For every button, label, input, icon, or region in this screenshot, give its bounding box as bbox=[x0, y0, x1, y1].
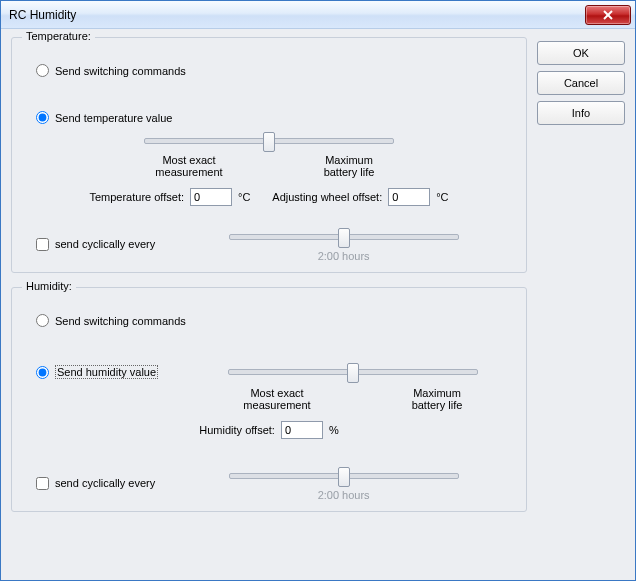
temperature-radio-switching[interactable] bbox=[36, 64, 49, 77]
temperature-cyclic-slider[interactable] bbox=[229, 226, 459, 248]
temperature-slider-left-label: Most exact measurement bbox=[144, 154, 234, 178]
humidity-precision-slider[interactable] bbox=[228, 361, 478, 383]
humidity-cyclic-checkbox[interactable] bbox=[36, 477, 49, 490]
temperature-cyclic-label[interactable]: send cyclically every bbox=[55, 238, 155, 250]
temperature-precision-thumb[interactable] bbox=[263, 132, 275, 152]
humidity-radio-switching-label[interactable]: Send switching commands bbox=[55, 315, 186, 327]
ok-button[interactable]: OK bbox=[537, 41, 625, 65]
humidity-cyclic-label[interactable]: send cyclically every bbox=[55, 477, 155, 489]
temperature-offset-unit: °C bbox=[238, 191, 250, 203]
cancel-button[interactable]: Cancel bbox=[537, 71, 625, 95]
temperature-slider-right-label: Maximum battery life bbox=[304, 154, 394, 178]
humidity-offset-label: Humidity offset: bbox=[199, 424, 275, 436]
temperature-legend: Temperature: bbox=[22, 30, 95, 42]
humidity-offset-input[interactable] bbox=[281, 421, 323, 439]
humidity-radio-value[interactable] bbox=[36, 366, 49, 379]
adjusting-wheel-offset-label: Adjusting wheel offset: bbox=[272, 191, 382, 203]
temperature-cyclic-value: 2:00 hours bbox=[175, 250, 512, 262]
humidity-cyclic-slider[interactable] bbox=[229, 465, 459, 487]
humidity-legend: Humidity: bbox=[22, 280, 76, 292]
close-button[interactable] bbox=[585, 5, 631, 25]
close-icon bbox=[603, 10, 613, 20]
info-button[interactable]: Info bbox=[537, 101, 625, 125]
window: RC Humidity Temperature: Send switching … bbox=[0, 0, 636, 581]
humidity-group: Humidity: Send switching commands Send h… bbox=[11, 287, 527, 512]
humidity-cyclic-thumb[interactable] bbox=[338, 467, 350, 487]
humidity-cyclic-value: 2:00 hours bbox=[175, 489, 512, 501]
humidity-radio-value-label[interactable]: Send humidity value bbox=[55, 365, 158, 379]
temperature-cyclic-checkbox[interactable] bbox=[36, 238, 49, 251]
temperature-cyclic-thumb[interactable] bbox=[338, 228, 350, 248]
temperature-radio-switching-label[interactable]: Send switching commands bbox=[55, 65, 186, 77]
temperature-group: Temperature: Send switching commands Sen… bbox=[11, 37, 527, 273]
temperature-radio-value-label[interactable]: Send temperature value bbox=[55, 112, 172, 124]
humidity-precision-thumb[interactable] bbox=[347, 363, 359, 383]
humidity-slider-left-label: Most exact measurement bbox=[232, 387, 322, 411]
temperature-precision-slider[interactable] bbox=[144, 130, 394, 152]
humidity-offset-unit: % bbox=[329, 424, 339, 436]
temperature-radio-value[interactable] bbox=[36, 111, 49, 124]
temperature-offset-input[interactable] bbox=[190, 188, 232, 206]
humidity-slider-right-label: Maximum battery life bbox=[392, 387, 482, 411]
adjusting-wheel-offset-unit: °C bbox=[436, 191, 448, 203]
titlebar: RC Humidity bbox=[1, 1, 635, 29]
adjusting-wheel-offset-input[interactable] bbox=[388, 188, 430, 206]
humidity-radio-switching[interactable] bbox=[36, 314, 49, 327]
client-area: Temperature: Send switching commands Sen… bbox=[1, 29, 635, 580]
temperature-offset-label: Temperature offset: bbox=[89, 191, 184, 203]
window-title: RC Humidity bbox=[9, 8, 585, 22]
